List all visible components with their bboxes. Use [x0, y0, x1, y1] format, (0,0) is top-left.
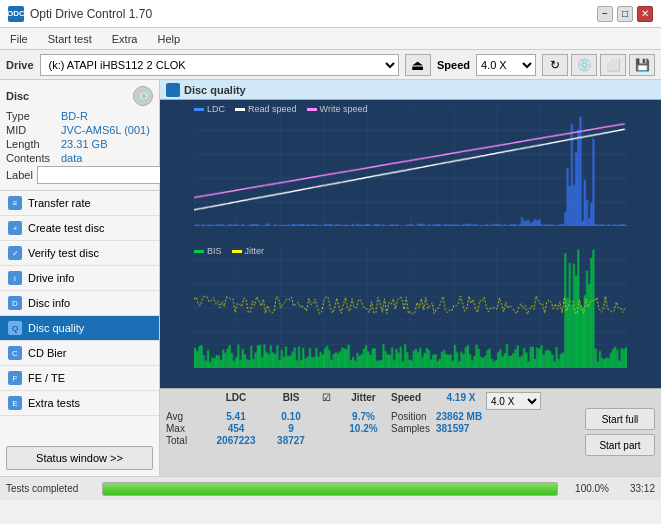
bis-col-header: BIS: [266, 392, 316, 410]
toolbar-icons: ↻ 💿 ⬜ 💾: [542, 54, 655, 76]
sidebar-item-cd-bier[interactable]: C CD Bier: [0, 341, 159, 366]
menu-extra[interactable]: Extra: [108, 31, 142, 47]
position-label: Position: [391, 411, 436, 422]
speed-value: 4.19 X: [436, 392, 486, 410]
sidebar-item-disc-quality[interactable]: Q Disc quality: [0, 316, 159, 341]
menu-help[interactable]: Help: [153, 31, 184, 47]
read-speed-legend: Read speed: [235, 104, 297, 114]
chart1-inner: LDC Read speed Write speed: [194, 106, 627, 226]
app-title: Opti Drive Control 1.70: [30, 7, 152, 21]
eject-button[interactable]: ⏏: [405, 54, 431, 76]
sidebar-item-extra-tests[interactable]: E Extra tests: [0, 391, 159, 416]
ldc-legend-color: [194, 108, 204, 111]
ldc-legend: LDC: [194, 104, 225, 114]
label-input[interactable]: [37, 166, 170, 184]
titlebar-left: ODC Opti Drive Control 1.70: [8, 6, 152, 22]
ldc-col-header: LDC: [206, 392, 266, 410]
fe-te-icon: F: [8, 371, 22, 385]
jitter-col-header: Jitter: [336, 392, 391, 410]
sidebar-item-fe-te[interactable]: F FE / TE: [0, 366, 159, 391]
menu-file[interactable]: File: [6, 31, 32, 47]
chart1-legend: LDC Read speed Write speed: [194, 104, 367, 114]
sidebar: Disc 💿 Type BD-R MID JVC-AMS6L (001) Len…: [0, 80, 160, 476]
stats-max-row: Max 454 9 10.2% Samples 381597: [166, 423, 577, 434]
app-icon: ODC: [8, 6, 24, 22]
minimize-button[interactable]: −: [597, 6, 613, 22]
disc-quality-icon-nav: Q: [8, 321, 22, 335]
contents-value: data: [61, 152, 82, 164]
cd-bier-label: CD Bier: [28, 347, 67, 359]
verify-test-disc-icon: ✓: [8, 246, 22, 260]
fe-te-label: FE / TE: [28, 372, 65, 384]
stats-header-row: LDC BIS ☑ Jitter Speed 4.19 X 4.0 X: [166, 392, 577, 410]
avg-ldc: 5.41: [206, 411, 266, 422]
cd-bier-icon: C: [8, 346, 22, 360]
disc-label-row: Label 🔍: [6, 166, 153, 184]
disc-title: Disc: [6, 90, 29, 102]
total-bis: 38727: [266, 435, 316, 446]
start-part-button[interactable]: Start part: [585, 434, 655, 456]
chart1-canvas: [194, 106, 627, 226]
progress-time: 33:12: [615, 483, 655, 494]
menubar: File Start test Extra Help: [0, 28, 661, 50]
menu-start-test[interactable]: Start test: [44, 31, 96, 47]
stats-bar: LDC BIS ☑ Jitter Speed 4.19 X 4.0 X Avg …: [160, 388, 661, 476]
max-jitter: 10.2%: [336, 423, 391, 434]
sidebar-item-create-test-disc[interactable]: + Create test disc: [0, 216, 159, 241]
close-button[interactable]: ✕: [637, 6, 653, 22]
bis-legend-color: [194, 250, 204, 253]
disc-header: Disc 💿: [6, 86, 153, 106]
start-full-button[interactable]: Start full: [585, 408, 655, 430]
disc-info-label: Disc info: [28, 297, 70, 309]
action-buttons: Start full Start part: [585, 392, 655, 456]
progress-percent: 100.0%: [564, 483, 609, 494]
titlebar: ODC Opti Drive Control 1.70 − □ ✕: [0, 0, 661, 28]
drive-info-label: Drive info: [28, 272, 74, 284]
maximize-button[interactable]: □: [617, 6, 633, 22]
refresh-icon[interactable]: ↻: [542, 54, 568, 76]
max-bis: 9: [266, 423, 316, 434]
sidebar-item-transfer-rate[interactable]: ≡ Transfer rate: [0, 191, 159, 216]
disc-quality-header-icon: [166, 83, 180, 97]
disc-panel: Disc 💿 Type BD-R MID JVC-AMS6L (001) Len…: [0, 80, 159, 191]
disc-quality-header: Disc quality: [160, 80, 661, 100]
verify-test-disc-label: Verify test disc: [28, 247, 99, 259]
transfer-rate-icon: ≡: [8, 196, 22, 210]
save-icon[interactable]: 💾: [629, 54, 655, 76]
ldc-legend-label: LDC: [207, 104, 225, 114]
type-value: BD-R: [61, 110, 88, 122]
max-ldc: 454: [206, 423, 266, 434]
bis-legend: BIS: [194, 246, 222, 256]
drive-select[interactable]: (k:) ATAPI iHBS112 2 CLOK: [40, 54, 399, 76]
create-test-disc-icon: +: [8, 221, 22, 235]
position-value: 23862 MB: [436, 411, 516, 422]
sidebar-item-verify-test-disc[interactable]: ✓ Verify test disc: [0, 241, 159, 266]
status-window-button[interactable]: Status window >>: [6, 446, 153, 470]
speed-select[interactable]: 4.0 X2.0 X1.0 X: [476, 54, 536, 76]
write-speed-legend-label: Write speed: [320, 104, 368, 114]
disc-quality-title: Disc quality: [184, 84, 246, 96]
erase-icon[interactable]: ⬜: [600, 54, 626, 76]
jitter-checkbox[interactable]: ☑: [316, 392, 336, 410]
content-area: Disc quality LDC Read speed: [160, 80, 661, 476]
speed-label: Speed: [437, 59, 470, 71]
chart2-container: BIS Jitter: [164, 246, 657, 384]
disc-icon[interactable]: 💿: [571, 54, 597, 76]
chart2-inner: BIS Jitter: [194, 248, 627, 368]
disc-quality-label: Disc quality: [28, 322, 84, 334]
progress-bar: Tests completed 100.0% 33:12: [0, 476, 661, 500]
progress-label: Tests completed: [6, 483, 96, 494]
max-label: Max: [166, 423, 206, 434]
extra-tests-label: Extra tests: [28, 397, 80, 409]
drive-info-icon: i: [8, 271, 22, 285]
window-controls: − □ ✕: [597, 6, 653, 22]
speed-select-stats[interactable]: 4.0 X: [486, 392, 541, 410]
sidebar-item-disc-info[interactable]: D Disc info: [0, 291, 159, 316]
write-speed-legend-color: [307, 108, 317, 111]
total-ldc: 2067223: [206, 435, 266, 446]
length-label: Length: [6, 138, 61, 150]
type-label: Type: [6, 110, 61, 122]
sidebar-item-drive-info[interactable]: i Drive info: [0, 266, 159, 291]
mid-value: JVC-AMS6L (001): [61, 124, 150, 136]
jitter-legend-label: Jitter: [245, 246, 265, 256]
